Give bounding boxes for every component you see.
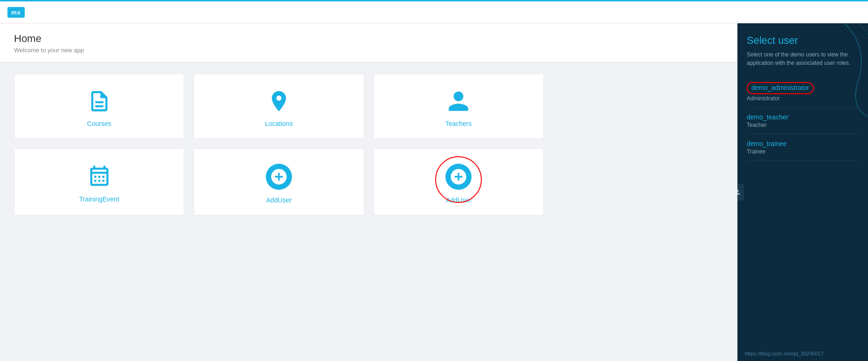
sidebar-footer: https://blog.csdn.net/qq_39245017 [737, 346, 868, 361]
locations-label: Locations [265, 120, 293, 127]
user-role-teacher: Teacher [747, 122, 859, 128]
calendar-icon [87, 165, 111, 189]
add-user-label-2: AddUser [446, 196, 471, 204]
training-event-label: TrainingEvent [79, 195, 119, 203]
sidebar-toggle[interactable] [737, 184, 744, 201]
add-user-card-2[interactable]: AddUser [374, 148, 544, 215]
page-title: Home [14, 33, 723, 45]
user-item-trainee[interactable]: demo_trainee Trainee [747, 134, 859, 161]
add-user-card-1[interactable]: AddUser [194, 148, 364, 215]
user-name-trainee: demo_trainee [747, 140, 859, 147]
user-role-trainee: Trainee [747, 148, 859, 155]
add-user-label-1: AddUser [266, 196, 292, 204]
locations-card[interactable]: Locations [194, 74, 364, 139]
user-toggle-icon [737, 189, 741, 195]
teacher-icon [446, 89, 471, 113]
select-user-title: Select user [747, 35, 859, 47]
courses-card[interactable]: Courses [14, 74, 184, 139]
user-role-administrator: Administrator [747, 95, 859, 102]
add-user-icon-1 [266, 164, 292, 190]
user-item-administrator[interactable]: demo_administrator Administrator [747, 76, 859, 108]
teachers-label: Teachers [445, 120, 472, 127]
page-subtitle: Welcome to your new app [14, 47, 723, 54]
user-name-teacher: demo_teacher [747, 113, 859, 121]
teachers-card[interactable]: Teachers [374, 74, 544, 139]
courses-label: Courses [87, 120, 111, 127]
cards-grid: Courses Locations Teachers [0, 62, 737, 227]
user-name-administrator: demo_administrator [747, 82, 859, 94]
right-sidebar: Select user Select one of the demo users… [737, 23, 868, 361]
book-icon [87, 89, 111, 113]
add-user-icon-2 [445, 164, 472, 190]
select-user-desc: Select one of the demo users to view the… [747, 50, 859, 67]
training-event-card[interactable]: TrainingEvent [14, 148, 184, 215]
location-icon [267, 89, 291, 113]
user-item-teacher[interactable]: demo_teacher Teacher [747, 108, 859, 134]
app-logo[interactable]: mx [7, 7, 25, 18]
user-list: demo_administrator Administrator demo_te… [747, 76, 859, 161]
